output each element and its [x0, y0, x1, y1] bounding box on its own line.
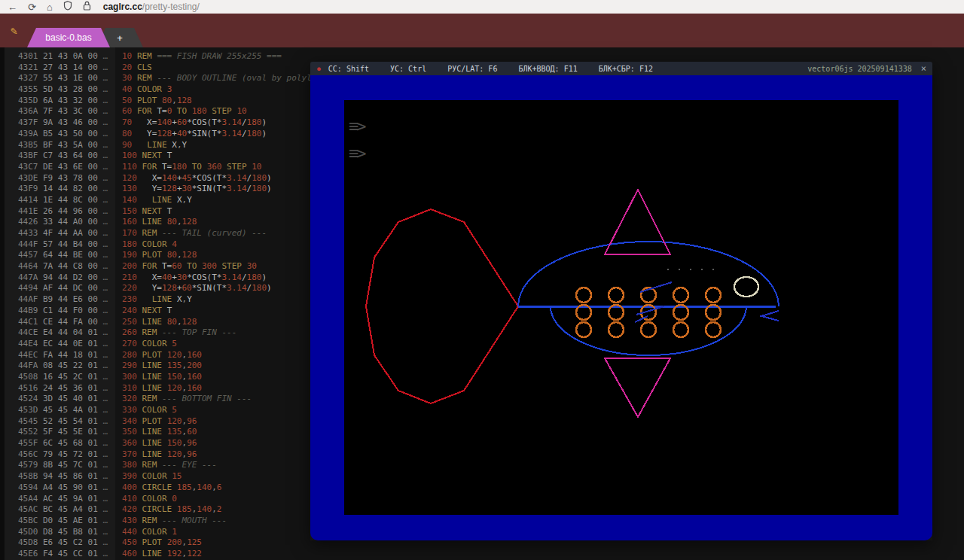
hotkey-label: БЛК+ВВОД: F11 [518, 65, 577, 73]
fish-scales [576, 288, 721, 337]
hex-row: 441E26 44 96 00 … [5, 206, 115, 218]
fish-bottom-fin [605, 358, 670, 417]
hex-row: 439AB5 43 50 00 … [5, 129, 115, 140]
hex-row: 456C79 45 72 01 … [5, 449, 115, 461]
hex-row: 458B94 45 86 01 … [5, 471, 115, 482]
hex-row: 436A7F 43 3C 00 … [5, 106, 115, 117]
hex-row: 430121 43 0A 00 … [5, 51, 115, 62]
hex-row: 445764 44 BE 00 … [5, 250, 115, 261]
hex-row: 43DEF9 43 78 00 … [5, 173, 115, 184]
hex-row: 45243D 45 40 01 … [5, 394, 115, 405]
hex-row: 44141E 44 8C 00 … [5, 195, 115, 206]
hex-row: 444F57 44 B4 00 … [5, 239, 115, 251]
hex-row: 453D45 45 4A 01 … [5, 405, 115, 416]
tab-basic-0[interactable]: basic-0.bas [27, 28, 110, 47]
shield-icon[interactable] [63, 0, 72, 14]
hotkey-label: CC: Shift [328, 65, 369, 73]
fish-mouth [761, 311, 779, 321]
hex-row: 4594A4 45 90 01 … [5, 482, 115, 494]
hex-row: 45A4AC 45 9A 01 … [5, 494, 115, 505]
fish-tail [366, 209, 518, 403]
emulator-version-label: vector06js 202509141338 [807, 65, 911, 73]
lock-icon [83, 0, 91, 14]
emulator-border-frame: ≡> ≡> [310, 75, 932, 540]
hex-row: 437F9A 43 46 00 … [5, 117, 115, 129]
hex-row: 454552 45 54 01 … [5, 416, 115, 428]
hex-row: 432755 43 1E 00 … [5, 73, 115, 84]
hex-row: 43B5BF 43 5A 00 … [5, 140, 115, 151]
hotkey-label: БЛК+СБР: F12 [599, 65, 653, 73]
hotkey-label: РУС/LAT: F6 [447, 65, 497, 73]
url-text[interactable]: caglrc.cc/pretty-testing/ [103, 2, 200, 12]
hex-row: 44E4EC 44 0E 01 … [5, 339, 115, 350]
code-line: 10 REM === FISH DRAW 255x255 === [122, 51, 964, 62]
hex-row: 45E6F4 45 CC 01 … [5, 549, 115, 560]
hex-row: 44647A 44 C8 00 … [5, 261, 115, 272]
hex-row: 43555D 43 28 00 … [5, 84, 115, 96]
hex-row: 447A94 44 D2 00 … [5, 272, 115, 284]
hex-row: 45D0D8 45 B8 01 … [5, 527, 115, 538]
hex-row: 44AFB9 44 E6 00 … [5, 294, 115, 306]
close-icon[interactable]: × [921, 63, 926, 74]
hex-row: 44CEE4 44 04 01 … [5, 327, 115, 339]
emulator-window: ● CC: ShiftУС: CtrlРУС/LAT: F6БЛК+ВВОД: … [310, 62, 932, 540]
reload-button[interactable]: ⟳ [28, 2, 36, 12]
hex-row: 44334F 44 AA 00 … [5, 228, 115, 239]
hotkey-label: УС: Ctrl [390, 65, 426, 73]
hex-row: 45ACBC 45 A4 01 … [5, 504, 115, 516]
hex-dump-pane: 430121 43 0A 00 …432127 43 14 00 …432755… [5, 47, 115, 560]
record-dot-icon: ● [317, 65, 321, 72]
hex-row: 45D8E6 45 C2 01 … [5, 537, 115, 549]
hex-row: 451624 45 36 01 … [5, 383, 115, 394]
hex-row: 43BFC7 43 64 00 … [5, 151, 115, 162]
fish-body-bottom [551, 306, 746, 355]
fish-eye [734, 277, 758, 297]
hex-row: 45798B 45 7C 01 … [5, 460, 115, 471]
code-line: 460 LINE 192,122 [122, 549, 964, 560]
hex-row: 442633 44 A0 00 … [5, 217, 115, 228]
tab-bar: ✎ basic-0.bas + [0, 14, 964, 47]
hex-row: 44FA08 45 22 01 … [5, 361, 115, 372]
hex-row: 435D6A 43 32 00 … [5, 96, 115, 107]
hex-row: 45525F 45 5E 01 … [5, 427, 115, 438]
basic-prompt-1: ≡> [349, 118, 365, 135]
emulator-titlebar[interactable]: ● CC: ShiftУС: CtrlРУС/LAT: F6БЛК+ВВОД: … [310, 62, 932, 75]
hex-row: 45BCD0 45 AE 01 … [5, 516, 115, 527]
hex-row: 450816 45 2C 01 … [5, 372, 115, 383]
basic-prompt-2: ≡> [349, 145, 365, 162]
hex-row: 432127 43 14 00 … [5, 62, 115, 74]
hotkey-legend: CC: ShiftУС: CtrlРУС/LAT: F6БЛК+ВВОД: F1… [328, 65, 653, 73]
fish-dots [667, 268, 714, 270]
pencil-icon[interactable]: ✎ [11, 24, 17, 38]
browser-toolbar: ← ⟳ ⌂ caglrc.cc/pretty-testing/ [0, 0, 964, 14]
hex-row: 43F914 44 82 00 … [5, 184, 115, 195]
hex-row: 4494AF 44 DC 00 … [5, 283, 115, 294]
fish-drawing [344, 100, 898, 515]
emulator-screen[interactable]: ≡> ≡> [344, 100, 898, 515]
hex-row: 44C1CE 44 FA 00 … [5, 317, 115, 328]
hex-row: 43C7DE 43 6E 00 … [5, 162, 115, 173]
hex-row: 44B9C1 44 F0 00 … [5, 306, 115, 317]
home-button[interactable]: ⌂ [47, 2, 53, 12]
fish-pectoral-lines [635, 282, 672, 322]
fish-body-top [518, 242, 779, 306]
hex-row: 455F6C 45 68 01 … [5, 438, 115, 449]
hex-row: 44ECFA 44 18 01 … [5, 350, 115, 361]
back-button[interactable]: ← [8, 2, 17, 12]
fish-top-fin [605, 190, 670, 254]
